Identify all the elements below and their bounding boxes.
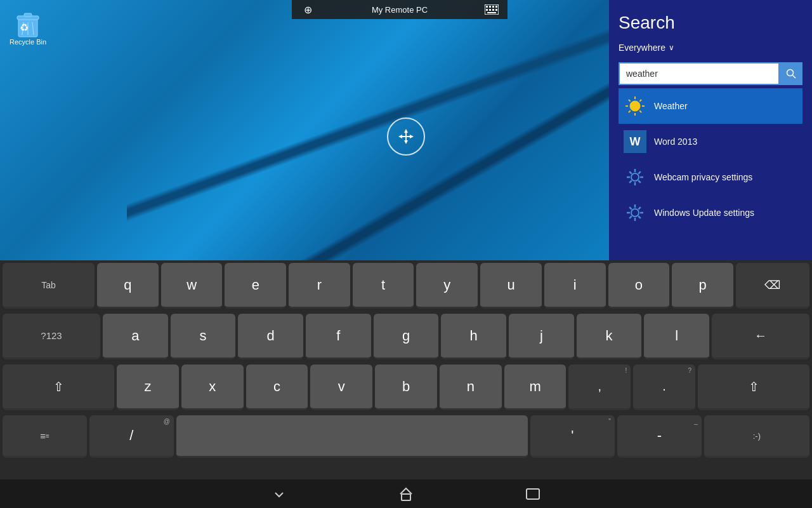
key-o[interactable]: o <box>608 263 670 309</box>
svg-rect-2 <box>24 13 32 17</box>
search-result-weather[interactable]: Weather <box>619 88 802 124</box>
key-c[interactable]: c <box>246 364 308 410</box>
svg-rect-11 <box>495 6 497 8</box>
svg-rect-14 <box>492 9 494 11</box>
keyboard-row-1: Tab q w e r t y u i o p ⌫ <box>0 260 812 311</box>
key-h[interactable]: h <box>441 314 506 359</box>
key-a[interactable]: a <box>103 314 168 359</box>
winupdate-result-label: Windows Update settings <box>654 208 754 218</box>
key-d[interactable]: d <box>238 314 303 359</box>
search-result-word2013[interactable]: W Word 2013 <box>619 124 802 159</box>
settings-icon-winupdate <box>624 201 646 224</box>
key-b[interactable]: b <box>375 364 437 410</box>
svg-line-28 <box>629 110 631 112</box>
move-button[interactable]: ⊕ <box>298 0 317 19</box>
key-m[interactable]: m <box>504 364 566 410</box>
key-n[interactable]: n <box>440 364 502 410</box>
tab-key[interactable]: Tab <box>3 263 95 309</box>
search-result-webcam[interactable]: Webcam privacy settings <box>619 159 802 195</box>
svg-line-26 <box>639 110 641 112</box>
scope-selector[interactable]: Everywhere ∨ <box>619 43 802 53</box>
svg-line-37 <box>629 180 632 183</box>
keyboard-toggle-button[interactable] <box>482 0 501 19</box>
svg-point-38 <box>631 209 639 217</box>
word2013-result-label: Word 2013 <box>654 137 697 147</box>
key-z[interactable]: z <box>117 364 179 410</box>
key-u[interactable]: u <box>480 263 542 309</box>
svg-rect-16 <box>487 12 496 13</box>
key-s[interactable]: s <box>171 314 236 359</box>
nav-bar <box>0 479 812 508</box>
key-w[interactable]: w <box>161 263 223 309</box>
search-input[interactable] <box>619 62 780 85</box>
key-v[interactable]: v <box>310 364 372 410</box>
keyboard: Tab q w e r t y u i o p ⌫ ?123 a s d f g… <box>0 260 812 508</box>
svg-rect-48 <box>527 489 539 499</box>
svg-line-27 <box>639 100 641 102</box>
key-t[interactable]: t <box>353 263 414 309</box>
svg-line-44 <box>638 216 641 218</box>
key-f[interactable]: f <box>306 314 371 359</box>
backspace-key[interactable]: ⌫ <box>736 263 809 309</box>
key-x[interactable]: x <box>181 364 244 410</box>
svg-point-20 <box>630 101 640 111</box>
space-key[interactable] <box>176 415 528 458</box>
key-comma[interactable]: ,! <box>568 364 631 410</box>
svg-line-43 <box>629 207 632 210</box>
key-e[interactable]: e <box>225 263 286 309</box>
key-i[interactable]: i <box>544 263 606 309</box>
svg-rect-47 <box>402 494 410 500</box>
key-p[interactable]: p <box>672 263 733 309</box>
svg-rect-8 <box>486 6 488 8</box>
svg-line-25 <box>629 100 631 102</box>
svg-line-34 <box>629 171 632 174</box>
svg-point-18 <box>787 70 794 76</box>
key-q[interactable]: q <box>97 263 159 309</box>
keyboard-row-3: ⇧ z x c v b n m ,! .? ⇧ <box>0 362 812 413</box>
scope-label: Everywhere <box>619 43 665 53</box>
back-nav-button[interactable] <box>266 481 292 507</box>
svg-rect-10 <box>492 6 494 8</box>
svg-line-36 <box>638 171 641 174</box>
key-slash[interactable]: / @ <box>89 415 174 458</box>
keyboard-row-2: ?123 a s d f g h j k l ← <box>0 311 812 362</box>
key-l[interactable]: l <box>644 314 709 359</box>
svg-text:♻: ♻ <box>20 22 29 33</box>
search-heading: Search <box>619 13 802 33</box>
svg-marker-17 <box>398 129 414 144</box>
keyboard-row-4: ≡≡ / @ ' " - _ :-) <box>0 413 812 460</box>
word-icon: W <box>624 130 646 153</box>
webcam-result-label: Webcam privacy settings <box>654 172 752 182</box>
shift-right-key[interactable]: ⇧ <box>698 364 809 410</box>
settings-icon-webcam <box>624 166 646 189</box>
search-button[interactable] <box>780 62 802 85</box>
key-apostrophe[interactable]: ' " <box>530 415 615 458</box>
svg-rect-12 <box>486 9 488 11</box>
key-period[interactable]: .? <box>633 364 695 410</box>
key-k[interactable]: k <box>577 314 642 359</box>
enter-key[interactable]: ← <box>712 314 809 359</box>
svg-line-19 <box>793 76 796 79</box>
svg-line-45 <box>638 207 641 210</box>
recents-nav-button[interactable] <box>520 481 546 507</box>
key-j[interactable]: j <box>509 314 574 359</box>
key-dash[interactable]: - _ <box>617 415 702 458</box>
search-panel: Search Everywhere ∨ <box>609 0 812 260</box>
num-key[interactable]: ?123 <box>3 314 100 359</box>
smiley-key[interactable]: :-) <box>704 415 809 458</box>
weather-result-label: Weather <box>654 101 688 111</box>
topbar-title: My Remote PC <box>317 5 482 15</box>
settings-kb-key[interactable]: ≡≡ <box>3 415 87 458</box>
key-y[interactable]: y <box>416 263 478 309</box>
search-box-row <box>619 62 802 85</box>
top-bar: ⊕ My Remote PC <box>292 0 508 19</box>
home-nav-button[interactable] <box>393 481 419 507</box>
svg-line-35 <box>638 180 641 183</box>
recycle-bin[interactable]: ♻ Recycle Bin <box>10 10 46 46</box>
key-g[interactable]: g <box>374 314 439 359</box>
desktop <box>0 0 609 260</box>
search-result-winupdate[interactable]: Windows Update settings <box>619 195 802 231</box>
svg-rect-13 <box>489 9 491 11</box>
key-r[interactable]: r <box>289 263 350 309</box>
shift-left-key[interactable]: ⇧ <box>3 364 114 410</box>
